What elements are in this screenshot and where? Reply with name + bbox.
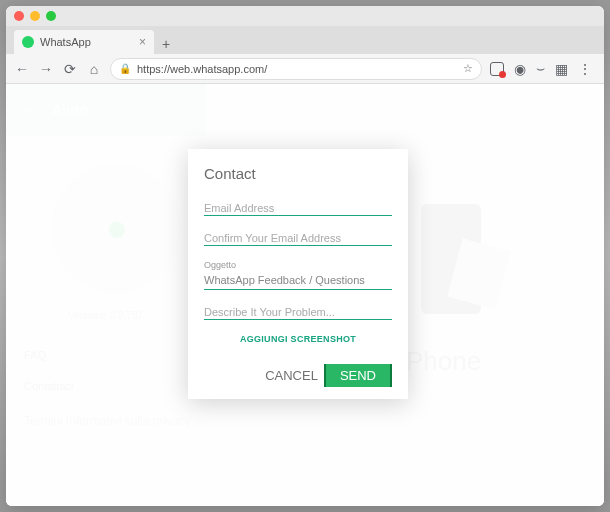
- account-icon[interactable]: ◉: [514, 61, 526, 77]
- modal-actions: CANCEL SEND: [204, 364, 392, 387]
- email-input[interactable]: Email Address: [204, 200, 392, 216]
- extension-icon[interactable]: [490, 62, 504, 76]
- browser-toolbar: ← → ⟳ ⌂ 🔒 https://web.whatsapp.com/ ☆ ◉ …: [6, 54, 604, 84]
- describe-input[interactable]: Describe It Your Problem...: [204, 304, 392, 320]
- forward-icon[interactable]: →: [38, 61, 54, 77]
- add-screenshot-button[interactable]: AGGIUNGI SCREENSHOT: [204, 334, 392, 344]
- tab-strip: WhatsApp × +: [6, 26, 604, 54]
- window-minimize-button[interactable]: [30, 11, 40, 21]
- browser-tab[interactable]: WhatsApp ×: [14, 30, 154, 54]
- confirm-email-input[interactable]: Confirm Your Email Address: [204, 230, 392, 246]
- window-maximize-button[interactable]: [46, 11, 56, 21]
- subject-label: Oggetto: [204, 260, 392, 270]
- email-field-group: Email Address: [204, 200, 392, 216]
- new-tab-button[interactable]: +: [154, 36, 178, 54]
- pocket-icon[interactable]: ⌣: [536, 60, 545, 77]
- contact-modal: Contact Email Address Confirm Your Email…: [188, 149, 408, 399]
- describe-placeholder: Describe It Your Problem...: [204, 306, 335, 318]
- close-tab-icon[interactable]: ×: [139, 35, 146, 49]
- address-bar[interactable]: 🔒 https://web.whatsapp.com/ ☆: [110, 58, 482, 80]
- back-icon[interactable]: ←: [14, 61, 30, 77]
- page-content: ← Aiuto Versione 0.2.787 FAQ Contattaci …: [6, 84, 604, 506]
- url-text: https://web.whatsapp.com/: [137, 63, 267, 75]
- menu-icon[interactable]: ⋮: [578, 61, 592, 77]
- apps-icon[interactable]: ▦: [555, 61, 568, 77]
- cancel-button[interactable]: CANCEL: [261, 364, 322, 387]
- bookmark-star-icon[interactable]: ☆: [463, 62, 473, 75]
- reload-icon[interactable]: ⟳: [62, 61, 78, 77]
- tab-title: WhatsApp: [40, 36, 91, 48]
- subject-field-group: Oggetto: [204, 260, 392, 290]
- browser-window: WhatsApp × + ← → ⟳ ⌂ 🔒 https://web.whats…: [6, 6, 604, 506]
- confirm-email-placeholder: Confirm Your Email Address: [204, 232, 341, 244]
- email-placeholder: Email Address: [204, 202, 274, 214]
- home-icon[interactable]: ⌂: [86, 61, 102, 77]
- modal-title: Contact: [204, 165, 392, 182]
- whatsapp-favicon: [22, 36, 34, 48]
- window-close-button[interactable]: [14, 11, 24, 21]
- window-titlebar: [6, 6, 604, 26]
- confirm-email-field-group: Confirm Your Email Address: [204, 230, 392, 246]
- describe-field-group: Describe It Your Problem...: [204, 304, 392, 320]
- lock-icon: 🔒: [119, 63, 131, 74]
- window-controls: [14, 11, 56, 21]
- send-button[interactable]: SEND: [324, 364, 392, 387]
- toolbar-icons: ◉ ⌣ ▦ ⋮: [490, 60, 596, 77]
- subject-input[interactable]: [204, 270, 392, 290]
